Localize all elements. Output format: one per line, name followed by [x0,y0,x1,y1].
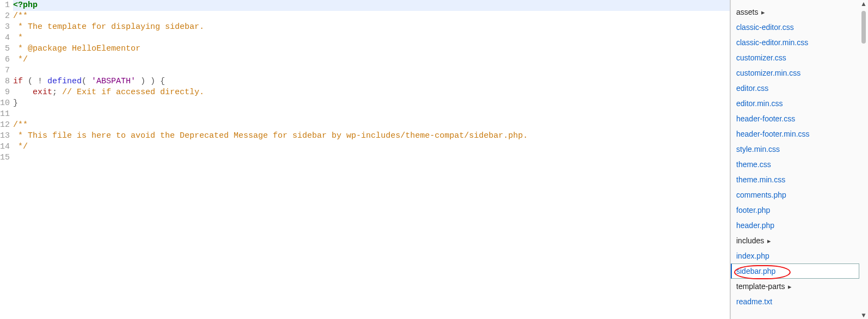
tree-item-label: header-footer.css [736,114,795,123]
chevron-right-icon: ▸ [761,8,765,16]
line-number: 10 [0,98,11,109]
line-number: 12 [0,120,11,131]
scroll-thumb[interactable] [861,11,866,44]
code-token: */ [13,142,28,151]
file-item[interactable]: comments.php [731,187,859,203]
file-item[interactable]: classic-editor.min.css [731,35,859,50]
code-line[interactable]: exit; // Exit if accessed directly. [13,87,730,98]
code-editor[interactable]: 123456789101112131415 <?php/** * The tem… [0,0,730,319]
code-token: ( [82,77,91,86]
tree-item-label: customizer.min.css [736,69,800,77]
code-line[interactable]: */ [13,142,730,152]
folder-item[interactable]: template-parts▸ [731,279,859,294]
line-number: 9 [0,87,11,98]
tree-item-label: classic-editor.css [736,23,794,32]
code-line[interactable]: if ( ! defined( 'ABSPATH' ) ) { [13,76,730,87]
tree-item-label: header-footer.min.css [736,130,810,138]
tree-item-label: footer.php [736,206,770,214]
file-item[interactable]: header.php [731,218,859,233]
file-item[interactable]: customizer.min.css [731,65,859,81]
code-line[interactable] [13,109,730,120]
code-token: /** [13,11,28,21]
file-item[interactable]: customizer.css [731,50,859,65]
code-token: } [13,99,18,108]
code-token: if [13,77,23,86]
code-token: * This file is here to avoid the Depreca… [13,131,528,140]
line-number: 8 [0,76,11,87]
tree-item-label: includes [736,236,764,245]
line-number: 6 [0,54,11,65]
file-item[interactable]: editor.min.css [731,96,859,111]
code-token: /** [13,120,28,130]
tree-item-label: style.min.css [736,145,780,154]
line-number: 15 [0,152,11,163]
code-line[interactable] [13,152,730,163]
code-area[interactable]: <?php/** * The template for displaying s… [11,0,730,319]
code-token: ) ) { [136,77,165,86]
folder-item[interactable]: includes▸ [731,233,859,248]
chevron-right-icon: ▸ [767,237,771,245]
file-item[interactable]: header-footer.min.css [731,126,859,142]
file-item[interactable]: theme.css [731,157,859,172]
file-item[interactable]: editor.css [731,81,859,96]
code-token: */ [13,55,28,64]
tree-item-label: theme.css [736,160,771,169]
tree-item-label: editor.min.css [736,99,783,108]
tree-item-label: editor.css [736,84,768,93]
file-item[interactable]: style.min.css [731,142,859,157]
explorer-scrollbar[interactable]: ▲ ▼ [859,0,868,319]
code-line[interactable]: * This file is here to avoid the Depreca… [13,131,730,142]
code-line[interactable]: * The template for displaying sidebar. [13,22,730,33]
code-token: // Exit if accessed directly. [57,88,204,97]
folder-item[interactable]: assets▸ [731,4,859,20]
code-line[interactable]: /** [13,120,730,131]
file-item[interactable]: footer.php [731,203,859,218]
tree-item-label: header.php [736,221,774,230]
code-token: <? [13,1,23,10]
line-number: 11 [0,109,11,120]
code-token: defined [47,77,82,86]
file-item[interactable]: theme.min.css [731,172,859,187]
line-number: 4 [0,33,11,44]
code-line[interactable] [13,65,730,76]
line-number: 7 [0,65,11,76]
file-tree[interactable]: assets▸classic-editor.cssclassic-editor.… [731,0,859,319]
tree-item-label: readme.txt [736,297,772,306]
tree-item-label: index.php [736,251,769,260]
line-number-gutter: 123456789101112131415 [0,0,11,319]
code-token: ; [52,88,57,97]
line-number: 2 [0,11,11,22]
code-line[interactable]: } [13,98,730,109]
code-token: php [23,1,38,10]
code-token: * The template for displaying sidebar. [13,22,204,32]
chevron-right-icon: ▸ [788,283,792,291]
app-root: 123456789101112131415 <?php/** * The tem… [0,0,868,319]
line-number: 14 [0,142,11,152]
file-item[interactable]: readme.txt [731,294,859,309]
tree-item-label: assets [736,8,758,16]
scroll-down-icon[interactable]: ▼ [860,311,867,319]
code-line[interactable]: * @package HelloElementor [13,44,730,54]
code-token: 'ABSPATH' [91,77,136,86]
code-token: * [13,33,23,42]
file-item[interactable]: sidebar.php [731,263,859,279]
tree-item-label: comments.php [736,191,786,199]
tree-item-label: theme.min.css [736,175,785,184]
line-number: 5 [0,44,11,54]
code-line[interactable]: * [13,33,730,44]
code-token: * @package HelloElementor [13,44,140,53]
tree-item-label: customizer.css [736,53,786,62]
line-number: 13 [0,131,11,142]
code-line[interactable]: <?php [13,0,730,11]
scroll-up-icon[interactable]: ▲ [860,0,867,8]
tree-item-label: classic-editor.min.css [736,38,808,47]
tree-item-label: sidebar.php [736,267,775,275]
code-token: exit [33,88,52,97]
file-item[interactable]: classic-editor.css [731,20,859,35]
file-item[interactable]: header-footer.css [731,111,859,126]
line-number: 1 [0,0,11,11]
code-line[interactable]: */ [13,54,730,65]
code-line[interactable]: /** [13,11,730,22]
file-item[interactable]: index.php [731,248,859,263]
code-token [13,88,33,97]
